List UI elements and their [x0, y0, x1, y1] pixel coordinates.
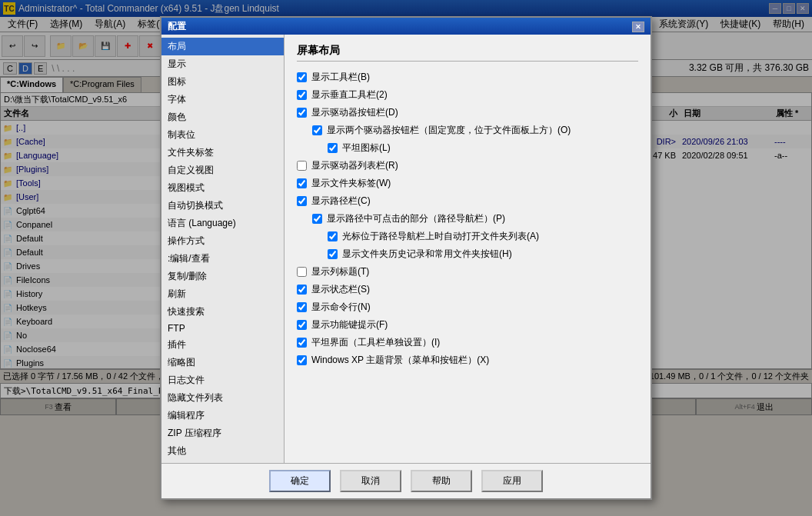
- sidebar-item-4[interactable]: 颜色: [161, 108, 284, 126]
- sidebar-item-14[interactable]: 刷新: [161, 285, 284, 303]
- sidebar-item-16[interactable]: FTP: [161, 321, 284, 336]
- sidebar-item-3[interactable]: 字体: [161, 91, 284, 108]
- sidebar-item-7[interactable]: 自定义视图: [161, 161, 284, 179]
- checkbox-row-cb12: 显示列标题(T): [297, 265, 638, 278]
- checkbox-cb14[interactable]: [297, 302, 307, 312]
- checkbox-cb5[interactable]: [328, 143, 338, 153]
- sidebar-item-21[interactable]: 编辑程序: [161, 407, 284, 424]
- checkbox-cb16[interactable]: [297, 338, 307, 348]
- dialog-overlay: 配置 ✕ 布局显示图标字体颜色制表位文件夹标签自定义视图视图模式自动切换模式语言…: [0, 0, 812, 516]
- dialog-title-btns: ✕: [632, 21, 644, 32]
- sidebar-item-6[interactable]: 文件夹标签: [161, 144, 284, 161]
- checkbox-cb11[interactable]: [328, 249, 338, 259]
- checkbox-row-cb5: 平坦图标(L): [297, 141, 638, 155]
- sidebar-item-2[interactable]: 图标: [161, 73, 284, 91]
- sidebar-item-0[interactable]: 布局: [161, 38, 284, 55]
- dialog-sidebar: 布局显示图标字体颜色制表位文件夹标签自定义视图视图模式自动切换模式语言 (Lan…: [161, 35, 285, 463]
- sidebar-item-11[interactable]: 操作方式: [161, 232, 284, 250]
- dialog-btn-确定[interactable]: 确定: [269, 470, 331, 492]
- sidebar-item-17[interactable]: 插件: [161, 336, 284, 354]
- checkbox-row-cb17: Windows XP 主题背景（菜单和按钮栏）(X): [297, 354, 638, 367]
- sidebar-item-1[interactable]: 显示: [161, 55, 284, 73]
- dialog-title: 配置: [168, 20, 186, 33]
- checkbox-cb17[interactable]: [297, 355, 307, 365]
- sidebar-item-19[interactable]: 日志文件: [161, 371, 284, 389]
- sidebar-item-8[interactable]: 视图模式: [161, 179, 284, 197]
- sidebar-item-5[interactable]: 制表位: [161, 126, 284, 144]
- checkbox-row-cb16: 平坦界面（工具栏单独设置）(I): [297, 336, 638, 349]
- checkbox-cb6[interactable]: [297, 161, 307, 171]
- checkbox-row-cb7: 显示文件夹标签(W): [297, 177, 638, 190]
- sidebar-item-9[interactable]: 自动切换模式: [161, 197, 284, 215]
- checkbox-cb7[interactable]: [297, 178, 307, 188]
- checkbox-row-cb9: 显示路径中可点击的部分（路径导航栏）(P): [297, 212, 638, 225]
- config-dialog: 配置 ✕ 布局显示图标字体颜色制表位文件夹标签自定义视图视图模式自动切换模式语言…: [160, 16, 652, 500]
- sidebar-item-15[interactable]: 快速搜索: [161, 303, 284, 321]
- checkbox-cb9[interactable]: [312, 214, 322, 224]
- sidebar-item-10[interactable]: 语言 (Language): [161, 215, 284, 232]
- checkbox-cb2[interactable]: [297, 90, 307, 100]
- dialog-section-title: 屏幕布局: [297, 44, 638, 62]
- checkbox-row-cb2: 显示垂直工具栏(2): [297, 88, 638, 102]
- dialog-btn-帮助[interactable]: 帮助: [411, 470, 472, 492]
- sidebar-item-13[interactable]: 复制/删除: [161, 268, 284, 285]
- dialog-btn-应用[interactable]: 应用: [481, 470, 543, 492]
- checkbox-row-cb15: 显示功能键提示(F): [297, 318, 638, 331]
- checkbox-row-cb10: 光标位于路径导航栏上时自动打开文件夹列表(A): [297, 230, 638, 243]
- checkbox-row-cb6: 显示驱动器列表栏(R): [297, 159, 638, 172]
- sidebar-item-20[interactable]: 隐藏文件列表: [161, 389, 284, 407]
- checkbox-cb10[interactable]: [328, 231, 338, 241]
- dialog-btn-取消[interactable]: 取消: [340, 470, 401, 492]
- checkbox-row-cb14: 显示命令行(N): [297, 301, 638, 314]
- sidebar-item-12[interactable]: :编辑/查看: [161, 250, 284, 268]
- checkbox-cb1[interactable]: [297, 72, 307, 82]
- checkbox-row-cb3: 显示驱动器按钮栏(D): [297, 106, 638, 119]
- dialog-close-btn[interactable]: ✕: [632, 22, 644, 32]
- checkbox-cb12[interactable]: [297, 267, 307, 277]
- dialog-title-bar: 配置 ✕: [161, 18, 651, 35]
- checkbox-cb15[interactable]: [297, 320, 307, 330]
- dialog-body: 布局显示图标字体颜色制表位文件夹标签自定义视图视图模式自动切换模式语言 (Lan…: [161, 35, 651, 463]
- sidebar-item-22[interactable]: ZIP 压缩程序: [161, 424, 284, 442]
- sidebar-item-23[interactable]: 其他: [161, 442, 284, 460]
- sidebar-item-18[interactable]: 缩略图: [161, 354, 284, 371]
- dialog-footer: 确定取消帮助应用: [161, 463, 651, 498]
- checkbox-row-cb4: 显示两个驱动器按钮栏（固定宽度，位于文件面板上方）(O): [297, 124, 638, 137]
- dialog-content: 屏幕布局 显示工具栏(B)显示垂直工具栏(2)显示驱动器按钮栏(D)显示两个驱动…: [285, 35, 651, 463]
- checkbox-row-cb13: 显示状态栏(S): [297, 283, 638, 296]
- dialog-checkboxes: 显示工具栏(B)显示垂直工具栏(2)显示驱动器按钮栏(D)显示两个驱动器按钮栏（…: [297, 71, 638, 367]
- checkbox-cb13[interactable]: [297, 285, 307, 295]
- checkbox-row-cb1: 显示工具栏(B): [297, 71, 638, 84]
- checkbox-cb8[interactable]: [297, 196, 307, 206]
- checkbox-cb4[interactable]: [312, 125, 322, 135]
- checkbox-row-cb11: 显示文件夹历史记录和常用文件夹按钮(H): [297, 248, 638, 261]
- checkbox-cb3[interactable]: [297, 108, 307, 118]
- checkbox-row-cb8: 显示路径栏(C): [297, 195, 638, 208]
